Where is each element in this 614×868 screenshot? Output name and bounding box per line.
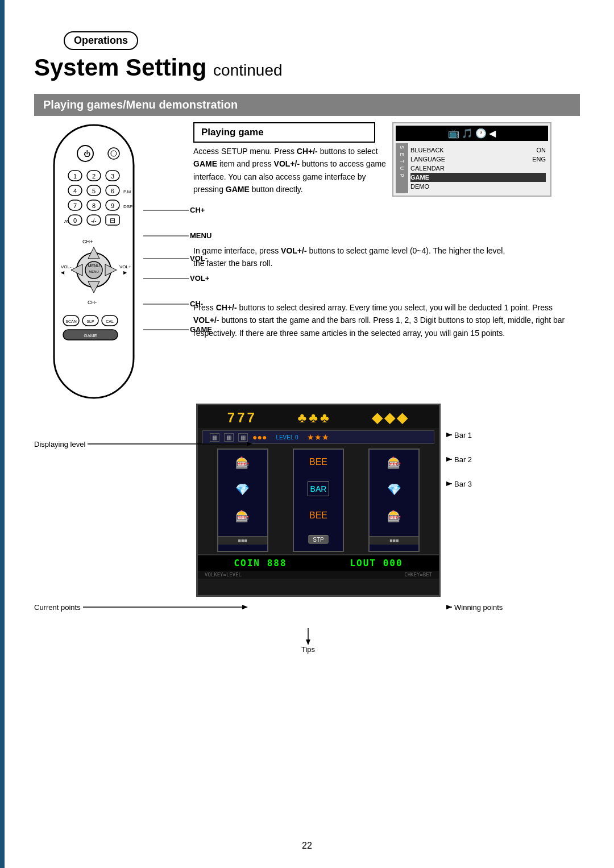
svg-text:VOL-: VOL-	[61, 264, 72, 269]
page-number: 22	[302, 841, 312, 851]
operations-badge: Operations	[64, 31, 138, 50]
svg-text:CH-: CH-	[88, 300, 97, 305]
reel-2: BEE BAR BEE STP	[293, 448, 344, 552]
vol-plus-label: VOL+	[190, 274, 209, 283]
title-main: System Setting	[34, 54, 206, 81]
level-text: LEVEL 0	[276, 434, 298, 441]
svg-text:8: 8	[92, 202, 96, 209]
description-3: Press CH+/- buttons to select desired ar…	[193, 301, 574, 339]
svg-text:◀: ◀	[61, 270, 65, 275]
svg-text:VOL+: VOL+	[119, 264, 131, 269]
winning-points-label: Winning points	[446, 603, 503, 612]
svg-text:CH+: CH+	[82, 239, 93, 244]
svg-text:1: 1	[73, 173, 77, 180]
displaying-level-arrow	[88, 439, 252, 448]
svg-text:MENU: MENU	[89, 270, 99, 273]
svg-text:P.M: P.M	[123, 189, 131, 194]
playing-game-box: Playing game	[193, 122, 375, 143]
setup-menu-mockup: 📺 🎵 🕐 ◀ S E T U P BLUEBACKON LANGUAGEENG…	[392, 122, 551, 197]
svg-text:-/-: -/-	[91, 218, 96, 224]
page-title: System Setting continued	[34, 54, 283, 81]
tips-label: Tips	[301, 628, 315, 654]
menu-label: MENU	[190, 231, 211, 240]
svg-marker-61	[247, 442, 252, 446]
svg-marker-67	[446, 481, 452, 486]
svg-text:6: 6	[111, 188, 114, 194]
svg-text:SCAN: SCAN	[65, 319, 76, 323]
section-header-label: Playing games/Menu demonstration	[43, 98, 238, 111]
remote-control-image: ⏻ 1 2 3 4 5 6 P.M 7 8 9 DSP AV 0 -/-	[37, 119, 159, 417]
svg-text:7: 7	[73, 202, 77, 209]
ch-plus-label: CH+	[190, 206, 205, 214]
svg-text:⊟: ⊟	[110, 217, 115, 225]
description-1: Access SETUP menu. Press CH+/- buttons t…	[193, 145, 387, 196]
svg-text:5: 5	[92, 188, 96, 194]
svg-marker-73	[306, 639, 310, 645]
remote-svg: ⏻ 1 2 3 4 5 6 P.M 7 8 9 DSP AV 0 -/-	[37, 119, 151, 415]
bar3-label: Bar 3	[446, 479, 472, 488]
svg-text:4: 4	[73, 188, 77, 194]
svg-marker-69	[242, 605, 248, 609]
svg-text:DSP: DSP	[123, 204, 132, 209]
svg-marker-71	[446, 605, 452, 609]
playing-game-label: Playing game	[201, 127, 264, 138]
coin-display: COIN 888	[234, 558, 287, 568]
displaying-level-label: Displaying level	[34, 439, 252, 448]
game-interface-screen: 777 ♣♣♣ ◆◆◆ ▦ ▦ ▦ ●●● LEVEL 0 ★★★ 🎰 💎 🎰 …	[196, 404, 441, 597]
out-display: LOUT 000	[350, 558, 403, 568]
bar2-label: Bar 2	[446, 455, 472, 464]
ch-key-label: CHKEY=BET	[404, 572, 432, 578]
svg-text:▶: ▶	[123, 270, 127, 275]
title-sub: continued	[213, 61, 282, 79]
svg-text:9: 9	[111, 202, 114, 209]
score-bar: COIN 888 LOUT 000	[198, 554, 439, 571]
operations-label: Operations	[74, 35, 128, 46]
game-top-symbols: 777 ♣♣♣ ◆◆◆	[198, 405, 439, 428]
svg-text:3: 3	[111, 173, 114, 180]
svg-marker-65	[446, 457, 452, 462]
svg-text:⏻: ⏻	[84, 150, 90, 158]
svg-text:2: 2	[92, 173, 96, 180]
reel-1: 🎰 💎 🎰 ■■■	[217, 448, 268, 552]
svg-marker-63	[446, 433, 452, 437]
section-header: Playing games/Menu demonstration	[34, 94, 580, 116]
bar1-label: Bar 1	[446, 430, 472, 439]
svg-text:MENU: MENU	[88, 264, 100, 268]
left-accent-bar	[0, 0, 5, 868]
reels-area: 🎰 💎 🎰 ■■■ BEE BAR BEE STP 🎰 💎 🎰 ■■■	[198, 446, 439, 554]
svg-text:SLP: SLP	[86, 319, 94, 323]
vol-key-label: VOLKEY=LEVEL	[205, 572, 242, 578]
reel-3: 🎰 💎 🎰 ■■■	[368, 448, 420, 552]
key-bar: VOLKEY=LEVEL CHKEY=BET	[198, 571, 439, 579]
svg-text:0: 0	[73, 217, 77, 224]
description-2: In game interface, press VOL+/- buttons …	[193, 244, 512, 270]
svg-text:GAME: GAME	[84, 333, 97, 338]
svg-text:CAL: CAL	[106, 319, 114, 323]
current-points-arrow	[83, 603, 248, 612]
current-points-label: Current points	[34, 603, 248, 612]
